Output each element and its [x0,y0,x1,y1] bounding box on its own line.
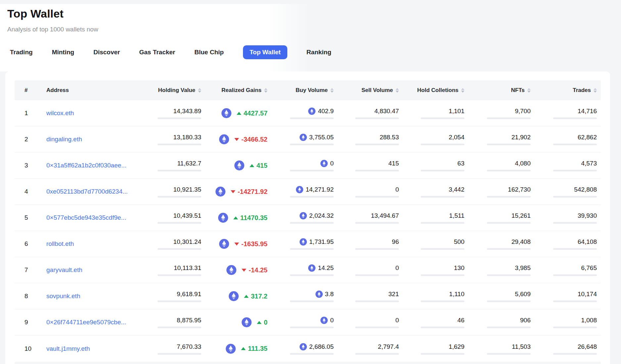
holding-value-bar [158,222,201,224]
sell-volume-cell: 4,830.47 [334,107,399,119]
table-row: 3 0×31a5ff62a1b2c0f030aee... 11,632.7 41… [15,153,601,179]
column-header-rank: # [15,87,36,94]
address-link[interactable]: dingaling.eth [46,136,82,143]
holding-value-bar [158,196,201,198]
holding-value-cell: 10,439.51 [157,212,201,224]
address-link[interactable]: 0×577ebc5de943e35cdf9e... [46,214,126,221]
nfts-cell: 5,609 [464,290,531,302]
buy-volume-bar [290,300,334,302]
hold-collections-bar [421,117,464,119]
buy-volume-bar [290,327,334,328]
tab-bar: Trading Minting Discover Gas Tracker Blu… [10,45,621,59]
address-link[interactable]: 0xe052113bd7d7700d6234... [46,188,128,195]
eth-icon [226,344,236,354]
column-header-trades[interactable]: Trades [531,87,597,94]
address-link[interactable]: wilcox.eth [46,110,74,116]
hold-collections-bar [421,353,464,355]
rank-cell: 5 [15,214,36,221]
pagination-bar [15,362,601,364]
gain-direction-icon [244,295,249,298]
tab-discover[interactable]: Discover [93,45,120,59]
buy-volume-bar [290,117,334,119]
nfts-cell: 9,700 [464,107,531,119]
holding-value-cell: 7,670.33 [157,343,201,355]
holding-value-cell: 9,618.91 [157,290,201,302]
address-link[interactable]: 0×26f744711ee9e5079cbe... [46,319,126,326]
address-link[interactable]: 0×31a5ff62a1b2c0f030aee... [46,162,126,169]
column-header-buy-volume[interactable]: Buy Volume [267,87,334,94]
hold-collections-cell: 1,101 [399,107,464,119]
tab-minting[interactable]: Minting [52,45,74,59]
realized-gains-cell: -14271.92 [201,187,267,197]
trades-bar [553,248,597,250]
nfts-cell: 906 [464,316,531,328]
nfts-cell: 11,503 [464,343,531,355]
sell-volume-cell: 288.53 [334,133,399,145]
hold-collections-cell: 500 [399,238,464,250]
buy-volume-cell: 0 [267,316,334,328]
eth-icon [242,317,252,327]
buy-volume-cell: 3,755.05 [267,133,334,145]
sell-volume-bar [355,353,399,355]
eth-icon [320,160,328,167]
address-cell: 0xe052113bd7d7700d6234... [36,188,157,195]
trades-bar [553,327,597,328]
sort-icon [264,88,267,93]
trades-cell: 64,108 [531,238,597,250]
column-header-sell-volume[interactable]: Sell Volume [334,87,399,94]
rank-cell: 9 [15,319,36,326]
address-cell: 0×26f744711ee9e5079cbe... [36,319,157,326]
holding-value-cell: 13,180.33 [157,133,201,145]
realized-gains-cell: 4427.57 [201,108,267,118]
rank-cell: 10 [15,345,36,352]
hold-collections-cell: 1,110 [399,290,464,302]
sell-volume-cell: 96 [334,238,399,250]
tab-trading[interactable]: Trading [10,45,33,59]
holding-value-bar [158,248,201,250]
realized-gains-cell: 415 [201,160,267,170]
holding-value-bar [158,117,201,119]
column-header-hold-collections[interactable]: Hold Colletions [399,87,464,94]
address-cell: garyvault.eth [36,266,157,274]
buy-volume-bar [290,274,334,276]
eth-icon [219,239,229,249]
eth-icon [300,343,307,350]
trades-cell: 10,174 [531,290,597,302]
realized-gains-cell: 11470.35 [201,213,267,223]
address-link[interactable]: sovpunk.eth [46,293,80,299]
trades-cell: 62,862 [531,133,597,145]
realized-gains-cell: -14.25 [201,265,267,275]
tab-ranking[interactable]: Ranking [307,45,331,59]
address-link[interactable]: vault.j1mmy.eth [46,345,90,352]
holding-value-cell: 14,343.89 [157,107,201,119]
rank-cell: 1 [15,110,36,117]
tab-top-wallet[interactable]: Top Wallet [243,45,287,59]
sell-volume-cell: 321 [334,290,399,302]
sell-volume-bar [355,274,399,276]
table-row: 7 garyvault.eth 10,113.31 -14.25 [15,257,601,283]
column-header-address: Address [36,87,157,94]
nfts-bar [487,353,531,355]
holding-value-cell: 11,632.7 [157,159,201,171]
sell-volume-bar [355,222,399,224]
tab-gas-tracker[interactable]: Gas Tracker [139,45,175,59]
column-header-realized-gains[interactable]: Realized Gains [201,87,267,94]
table-row: 1 wilcox.eth 14,343.89 4427.57 [15,100,601,126]
column-header-holding-value[interactable]: Holding Value [157,87,201,94]
column-header-nfts[interactable]: NFTs [464,87,531,94]
eth-icon [308,108,315,115]
holding-value-bar [158,144,201,145]
eth-icon [320,317,328,324]
hold-collections-bar [421,222,464,224]
rank-cell: 8 [15,293,36,300]
gain-direction-icon [242,269,246,272]
tab-blue-chip[interactable]: Blue Chip [194,45,224,59]
page-header: Top Wallet Analysis of top 1000 wallets … [0,4,621,71]
trades-cell: 542,808 [531,186,597,198]
table-body: 1 wilcox.eth 14,343.89 4427.57 [15,100,601,362]
address-link[interactable]: rollbot.eth [46,240,74,247]
eth-icon [215,187,225,197]
address-link[interactable]: garyvault.eth [46,266,82,273]
sort-icon [330,88,334,93]
rank-cell: 4 [15,188,36,195]
